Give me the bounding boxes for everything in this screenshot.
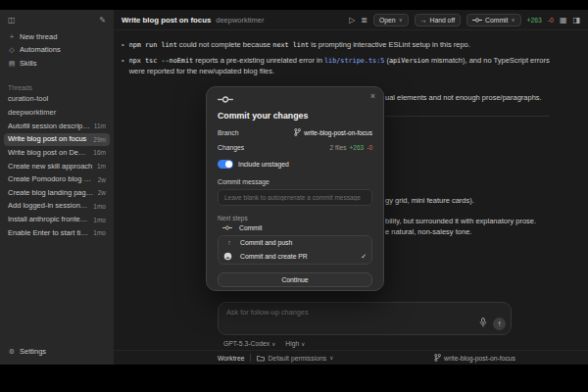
group-label: deepworktimer — [8, 109, 106, 118]
close-icon[interactable]: × — [370, 91, 375, 101]
text-span: could not complete because — [177, 40, 273, 49]
commit-message-input[interactable] — [218, 189, 372, 206]
changes-row: Changes 2 files +263 -0 — [218, 144, 372, 151]
code-span: next lint — [272, 41, 309, 49]
option-commit[interactable]: Commit — [218, 221, 372, 234]
thread-item[interactable]: Create new skill approach 1m — [4, 160, 110, 173]
github-icon — [223, 252, 232, 261]
handoff-icon: → — [420, 17, 427, 24]
option-label: Commit and create PR — [240, 253, 308, 260]
sidebar-group-curation-tool[interactable]: curation-tool — [4, 93, 110, 107]
thread-item[interactable]: Create blog landing page and foc 2w — [4, 186, 110, 200]
thread-label: Create Pomodoro blog post — [8, 175, 94, 184]
git-commit-icon — [472, 17, 482, 24]
git-commit-icon — [218, 95, 233, 104]
thread-item[interactable]: Write blog post on Deep Wor 16m — [4, 146, 110, 160]
chevron-down-icon: ∨ — [511, 17, 514, 23]
automations-icon: ◇ — [8, 46, 16, 54]
branch-label: Branch — [218, 129, 239, 136]
compose-icon[interactable]: ✎ — [99, 16, 106, 24]
topbar: Write blog post on focus deepworktimer ▷… — [114, 10, 588, 30]
bullet-item: • npm run lint could not complete becaus… — [122, 39, 561, 51]
occluded-text-fragment: e natural, non-salesy tone. — [385, 227, 471, 236]
sidebar-toggle-icon[interactable]: ◫ — [8, 16, 16, 24]
model-selector[interactable]: GPT-5.3-Codex ∨ — [223, 340, 275, 347]
include-unstaged-toggle[interactable] — [218, 160, 233, 169]
followup-input[interactable] — [226, 308, 469, 317]
sidebar-item-label: Automations — [20, 46, 106, 55]
code-span: npx tsc --noEmit — [129, 57, 193, 65]
sidebar-item-skills[interactable]: ▤ Skills — [4, 57, 110, 71]
option-commit-and-create-pr[interactable]: Commit and create PR ✓ — [219, 249, 371, 264]
branch-name: write-blog-post-on-focus — [444, 355, 515, 362]
changed-files-count: 2 files — [330, 144, 347, 151]
thread-item[interactable]: Enable Enter to start timer 1mo — [4, 226, 110, 240]
folder-icon — [257, 355, 265, 362]
thread-time: 2w — [98, 189, 106, 196]
sidebar-item-label: New thread — [20, 33, 106, 42]
push-icon: ↑ — [223, 239, 235, 246]
send-button[interactable]: ↑ — [493, 318, 506, 330]
gear-icon: ⚙ — [8, 348, 16, 356]
run-icon[interactable]: ▷ — [349, 16, 355, 24]
branch-indicator[interactable]: write-blog-post-on-focus — [434, 354, 515, 362]
thread-item[interactable]: Create Pomodoro blog post 2w — [4, 173, 110, 187]
mic-icon[interactable] — [479, 318, 487, 327]
commit-options-panel: ↑ Commit and push Commit and create PR ✓ — [218, 235, 372, 265]
toggle-label: Include unstaged — [238, 161, 289, 168]
worktree-label: Worktree — [218, 355, 244, 362]
file-link[interactable]: lib/stripe.ts:5 — [324, 57, 384, 65]
thread-time: 16m — [93, 149, 106, 156]
handoff-label: Hand off — [429, 17, 455, 24]
threads-section-label: Threads — [8, 84, 106, 91]
code-span: npm run lint — [129, 41, 177, 49]
sidebar-item-automations[interactable]: ◇ Automations — [4, 44, 110, 58]
thread-time: 1mo — [93, 203, 106, 210]
git-commit-icon — [222, 224, 232, 231]
thread-item[interactable]: Install anthropic frontend skill 1mo — [4, 214, 110, 227]
thread-label: Install anthropic frontend skill — [8, 216, 89, 224]
include-unstaged-row: Include unstaged — [218, 160, 372, 169]
sidebar-header: ◫ ✎ — [0, 14, 114, 30]
occluded-text-fragment: gy grid, mini feature cards). — [385, 196, 474, 205]
commit-label: Commit — [485, 17, 508, 24]
code-span: apiVersion — [389, 57, 429, 65]
chevron-down-icon: ∨ — [301, 341, 305, 347]
composer-options: GPT-5.3-Codex ∨ High ∨ — [223, 340, 305, 347]
thread-label: Enable Enter to start timer — [8, 229, 89, 238]
thread-label: Create new skill approach — [8, 163, 93, 172]
content-divider — [385, 116, 549, 117]
thread-item-selected[interactable]: Write blog post on focus 29m — [4, 133, 110, 147]
bullet-icon: • — [122, 55, 124, 77]
thread-label: Write blog post on Deep Wor — [8, 149, 89, 158]
thread-label: Write blog post on focus — [8, 135, 89, 144]
model-label: GPT-5.3-Codex — [223, 340, 270, 347]
layout-icon[interactable]: ▦ — [560, 16, 567, 24]
sidebar-item-settings[interactable]: ⚙ Settings — [4, 345, 110, 359]
sidebar-group-deepworktimer[interactable]: deepworktimer — [4, 107, 110, 121]
panel-right-icon[interactable]: ◨ — [572, 16, 580, 24]
git-branch-icon — [434, 354, 441, 362]
commit-button[interactable]: Commit ∨ — [466, 14, 520, 26]
next-steps-label: Next steps — [218, 215, 372, 221]
handoff-button[interactable]: → Hand off — [415, 14, 461, 26]
chat-content: • npm run lint could not complete becaus… — [122, 39, 561, 81]
open-button[interactable]: Open ∨ — [373, 14, 409, 26]
thread-item[interactable]: Add logged-in session heatmap 1mo — [4, 200, 110, 214]
sidebar-item-new-thread[interactable]: + New thread — [4, 30, 110, 44]
option-commit-and-push[interactable]: ↑ Commit and push — [219, 236, 371, 249]
continue-button[interactable]: Continue — [218, 272, 372, 287]
changes-label: Changes — [218, 144, 244, 151]
option-label: Commit and push — [240, 239, 292, 246]
permissions-selector[interactable]: Default permissions ∨ — [257, 355, 333, 362]
sidebar-item-label: Skills — [20, 60, 106, 69]
thread-item[interactable]: Autofill session description 11m — [4, 120, 110, 133]
diff-removed: -0 — [548, 17, 554, 24]
terminal-icon[interactable]: ≣ — [361, 16, 368, 24]
text-span: is prompting interactive ESLint setup in… — [309, 40, 470, 49]
chevron-down-icon: ∨ — [399, 17, 403, 23]
project-name: deepworktimer — [216, 16, 264, 24]
effort-selector[interactable]: High ∨ — [285, 340, 305, 347]
commit-message-label: Commit message — [218, 178, 372, 185]
git-branch-icon — [294, 128, 301, 136]
